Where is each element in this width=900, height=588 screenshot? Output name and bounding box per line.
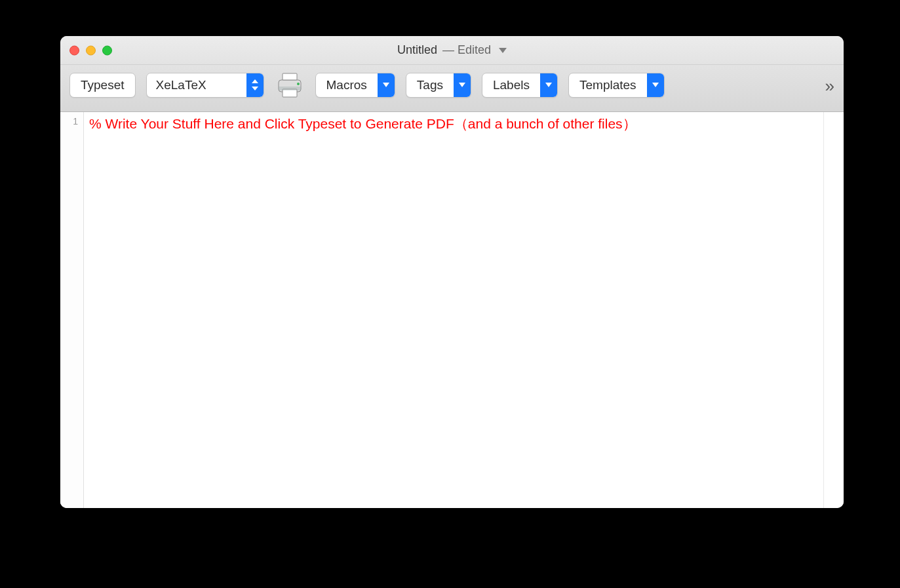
templates-dropdown[interactable]: Templates <box>568 73 665 98</box>
chevron-down-icon <box>540 73 557 97</box>
toolbar: Typeset XeLaTeX Macros Tags <box>60 65 844 112</box>
tags-label: Tags <box>406 78 454 92</box>
toolbar-overflow-button[interactable]: » <box>825 76 833 96</box>
right-margin-guide <box>823 112 824 508</box>
labels-dropdown[interactable]: Labels <box>482 73 558 98</box>
svg-rect-1 <box>283 73 297 80</box>
typeset-button[interactable]: Typeset <box>69 73 136 98</box>
chevron-down-icon <box>454 73 471 97</box>
svg-rect-3 <box>279 87 301 90</box>
source-text[interactable]: % Write Your Stuff Here and Click Typese… <box>84 112 844 508</box>
comment-line: % Write Your Stuff Here and Click Typese… <box>89 116 636 131</box>
zoom-button[interactable] <box>102 45 112 55</box>
document-edited-status: — Edited <box>442 43 491 57</box>
chevron-down-icon <box>647 73 664 97</box>
close-button[interactable] <box>69 45 79 55</box>
window-title[interactable]: Untitled — Edited <box>397 43 507 57</box>
editor-area[interactable]: 1 % Write Your Stuff Here and Click Type… <box>60 112 844 508</box>
line-number: 1 <box>73 116 78 127</box>
engine-select[interactable]: XeLaTeX <box>146 73 264 98</box>
print-button[interactable] <box>275 71 305 100</box>
labels-label: Labels <box>482 78 540 92</box>
templates-label: Templates <box>569 78 647 92</box>
traffic-lights <box>69 45 112 55</box>
chevron-down-icon <box>378 73 395 97</box>
printer-icon <box>275 71 305 100</box>
tags-dropdown[interactable]: Tags <box>406 73 471 98</box>
typeset-label: Typeset <box>81 78 125 92</box>
svg-point-4 <box>297 83 300 85</box>
up-down-stepper-icon[interactable] <box>246 73 264 97</box>
chevron-down-icon[interactable] <box>499 48 507 53</box>
engine-selected-label: XeLaTeX <box>147 78 246 92</box>
overflow-glyph: » <box>825 76 833 96</box>
minimize-button[interactable] <box>86 45 96 55</box>
app-window: Untitled — Edited Typeset XeLaTeX <box>60 36 844 508</box>
titlebar[interactable]: Untitled — Edited <box>60 36 844 65</box>
document-name: Untitled <box>397 43 437 57</box>
macros-label: Macros <box>316 78 378 92</box>
line-gutter: 1 <box>60 112 84 508</box>
macros-dropdown[interactable]: Macros <box>315 73 395 98</box>
